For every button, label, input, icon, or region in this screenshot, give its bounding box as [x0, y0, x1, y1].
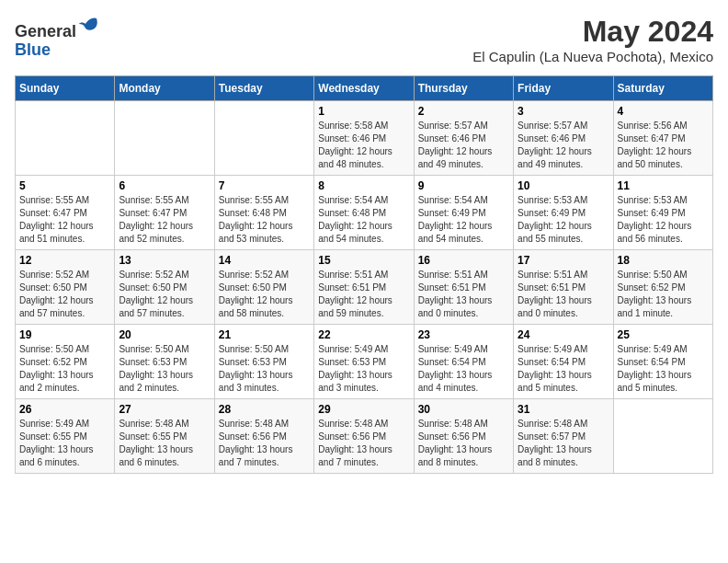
calendar-cell: 22Sunrise: 5:49 AM Sunset: 6:53 PM Dayli…: [314, 325, 414, 399]
day-info: Sunrise: 5:53 AM Sunset: 6:49 PM Dayligh…: [518, 194, 609, 246]
day-number: 20: [119, 328, 210, 341]
header-day-thursday: Thursday: [414, 76, 513, 101]
logo-bird-icon: [78, 15, 100, 37]
calendar-cell: 29Sunrise: 5:48 AM Sunset: 6:56 PM Dayli…: [314, 399, 414, 474]
day-info: Sunrise: 5:52 AM Sunset: 6:50 PM Dayligh…: [119, 269, 210, 320]
day-number: 6: [119, 179, 210, 192]
calendar-cell: 24Sunrise: 5:49 AM Sunset: 6:54 PM Dayli…: [514, 325, 613, 399]
day-number: 16: [418, 254, 509, 267]
calendar-cell: 14Sunrise: 5:52 AM Sunset: 6:50 PM Dayli…: [214, 250, 313, 325]
day-info: Sunrise: 5:49 AM Sunset: 6:53 PM Dayligh…: [318, 343, 409, 395]
day-info: Sunrise: 5:54 AM Sunset: 6:48 PM Dayligh…: [318, 194, 409, 246]
calendar-cell: 15Sunrise: 5:51 AM Sunset: 6:51 PM Dayli…: [314, 250, 414, 325]
calendar-cell: 16Sunrise: 5:51 AM Sunset: 6:51 PM Dayli…: [414, 250, 513, 325]
calendar-cell: 25Sunrise: 5:49 AM Sunset: 6:54 PM Dayli…: [613, 325, 712, 399]
calendar-cell: 10Sunrise: 5:53 AM Sunset: 6:49 PM Dayli…: [514, 176, 613, 250]
calendar-cell: 4Sunrise: 5:56 AM Sunset: 6:47 PM Daylig…: [613, 101, 712, 176]
calendar-cell: 21Sunrise: 5:50 AM Sunset: 6:53 PM Dayli…: [214, 325, 313, 399]
day-number: 15: [318, 254, 409, 267]
day-info: Sunrise: 5:49 AM Sunset: 6:54 PM Dayligh…: [418, 343, 509, 395]
calendar-cell: 12Sunrise: 5:52 AM Sunset: 6:50 PM Dayli…: [16, 250, 115, 325]
day-number: 7: [219, 179, 310, 192]
day-number: 8: [318, 179, 409, 192]
day-info: Sunrise: 5:50 AM Sunset: 6:52 PM Dayligh…: [618, 269, 709, 320]
calendar-cell: [613, 399, 712, 474]
day-number: 23: [418, 328, 509, 341]
calendar-cell: [115, 101, 214, 176]
calendar-cell: 20Sunrise: 5:50 AM Sunset: 6:53 PM Dayli…: [115, 325, 214, 399]
day-number: 14: [219, 254, 310, 267]
day-info: Sunrise: 5:50 AM Sunset: 6:53 PM Dayligh…: [119, 343, 210, 395]
logo: General Blue: [15, 15, 100, 60]
header: General Blue May 2024 El Capulin (La Nue…: [15, 15, 713, 64]
day-number: 18: [618, 254, 709, 267]
subtitle: El Capulin (La Nueva Pochota), Mexico: [472, 49, 713, 64]
calendar-cell: 26Sunrise: 5:49 AM Sunset: 6:55 PM Dayli…: [16, 399, 115, 474]
title-area: May 2024 El Capulin (La Nueva Pochota), …: [472, 15, 713, 64]
day-number: 21: [219, 328, 310, 341]
calendar-cell: 7Sunrise: 5:55 AM Sunset: 6:48 PM Daylig…: [214, 176, 313, 250]
day-number: 12: [19, 254, 110, 267]
day-info: Sunrise: 5:48 AM Sunset: 6:56 PM Dayligh…: [318, 418, 409, 469]
calendar-cell: 11Sunrise: 5:53 AM Sunset: 6:49 PM Dayli…: [613, 176, 712, 250]
day-number: 22: [318, 328, 409, 341]
day-info: Sunrise: 5:57 AM Sunset: 6:46 PM Dayligh…: [418, 120, 509, 171]
day-number: 30: [418, 403, 509, 416]
day-number: 2: [418, 105, 509, 118]
day-number: 4: [618, 105, 709, 118]
header-day-sunday: Sunday: [16, 76, 115, 101]
day-info: Sunrise: 5:55 AM Sunset: 6:48 PM Dayligh…: [219, 194, 310, 246]
day-info: Sunrise: 5:55 AM Sunset: 6:47 PM Dayligh…: [119, 194, 210, 246]
day-info: Sunrise: 5:49 AM Sunset: 6:55 PM Dayligh…: [19, 418, 110, 469]
day-number: 10: [518, 179, 609, 192]
header-day-wednesday: Wednesday: [314, 76, 414, 101]
day-info: Sunrise: 5:48 AM Sunset: 6:56 PM Dayligh…: [219, 418, 310, 469]
day-info: Sunrise: 5:49 AM Sunset: 6:54 PM Dayligh…: [618, 343, 709, 395]
day-number: 26: [19, 403, 110, 416]
header-day-monday: Monday: [115, 76, 214, 101]
day-info: Sunrise: 5:50 AM Sunset: 6:52 PM Dayligh…: [19, 343, 110, 395]
calendar-week-row: 26Sunrise: 5:49 AM Sunset: 6:55 PM Dayli…: [16, 399, 713, 474]
calendar-cell: 1Sunrise: 5:58 AM Sunset: 6:46 PM Daylig…: [314, 101, 414, 176]
main-title: May 2024: [472, 15, 713, 49]
calendar-cell: 5Sunrise: 5:55 AM Sunset: 6:47 PM Daylig…: [16, 176, 115, 250]
calendar-cell: 31Sunrise: 5:48 AM Sunset: 6:57 PM Dayli…: [514, 399, 613, 474]
day-number: 27: [119, 403, 210, 416]
day-info: Sunrise: 5:51 AM Sunset: 6:51 PM Dayligh…: [418, 269, 509, 320]
calendar-header-row: SundayMondayTuesdayWednesdayThursdayFrid…: [16, 76, 713, 101]
calendar-cell: 19Sunrise: 5:50 AM Sunset: 6:52 PM Dayli…: [16, 325, 115, 399]
calendar-week-row: 12Sunrise: 5:52 AM Sunset: 6:50 PM Dayli…: [16, 250, 713, 325]
day-info: Sunrise: 5:55 AM Sunset: 6:47 PM Dayligh…: [19, 194, 110, 246]
calendar-cell: 8Sunrise: 5:54 AM Sunset: 6:48 PM Daylig…: [314, 176, 414, 250]
day-number: 29: [318, 403, 409, 416]
calendar-cell: 9Sunrise: 5:54 AM Sunset: 6:49 PM Daylig…: [414, 176, 513, 250]
day-info: Sunrise: 5:52 AM Sunset: 6:50 PM Dayligh…: [219, 269, 310, 320]
day-number: 28: [219, 403, 310, 416]
day-number: 25: [618, 328, 709, 341]
day-number: 13: [119, 254, 210, 267]
day-number: 11: [618, 179, 709, 192]
day-number: 31: [518, 403, 609, 416]
calendar-cell: 27Sunrise: 5:48 AM Sunset: 6:55 PM Dayli…: [115, 399, 214, 474]
header-day-tuesday: Tuesday: [214, 76, 313, 101]
logo-general: General: [15, 22, 76, 40]
calendar-cell: 3Sunrise: 5:57 AM Sunset: 6:46 PM Daylig…: [514, 101, 613, 176]
day-info: Sunrise: 5:49 AM Sunset: 6:54 PM Dayligh…: [518, 343, 609, 395]
calendar-cell: 6Sunrise: 5:55 AM Sunset: 6:47 PM Daylig…: [115, 176, 214, 250]
header-day-saturday: Saturday: [613, 76, 712, 101]
day-number: 19: [19, 328, 110, 341]
day-info: Sunrise: 5:57 AM Sunset: 6:46 PM Dayligh…: [518, 120, 609, 171]
calendar-cell: 17Sunrise: 5:51 AM Sunset: 6:51 PM Dayli…: [514, 250, 613, 325]
day-info: Sunrise: 5:48 AM Sunset: 6:57 PM Dayligh…: [518, 418, 609, 469]
calendar-week-row: 19Sunrise: 5:50 AM Sunset: 6:52 PM Dayli…: [16, 325, 713, 399]
day-info: Sunrise: 5:56 AM Sunset: 6:47 PM Dayligh…: [618, 120, 709, 171]
calendar-cell: 28Sunrise: 5:48 AM Sunset: 6:56 PM Dayli…: [214, 399, 313, 474]
day-info: Sunrise: 5:51 AM Sunset: 6:51 PM Dayligh…: [518, 269, 609, 320]
day-info: Sunrise: 5:52 AM Sunset: 6:50 PM Dayligh…: [19, 269, 110, 320]
header-day-friday: Friday: [514, 76, 613, 101]
calendar-week-row: 1Sunrise: 5:58 AM Sunset: 6:46 PM Daylig…: [16, 101, 713, 176]
day-number: 5: [19, 179, 110, 192]
calendar-cell: 18Sunrise: 5:50 AM Sunset: 6:52 PM Dayli…: [613, 250, 712, 325]
calendar-table: SundayMondayTuesdayWednesdayThursdayFrid…: [15, 75, 713, 474]
logo-blue: Blue: [15, 40, 51, 59]
